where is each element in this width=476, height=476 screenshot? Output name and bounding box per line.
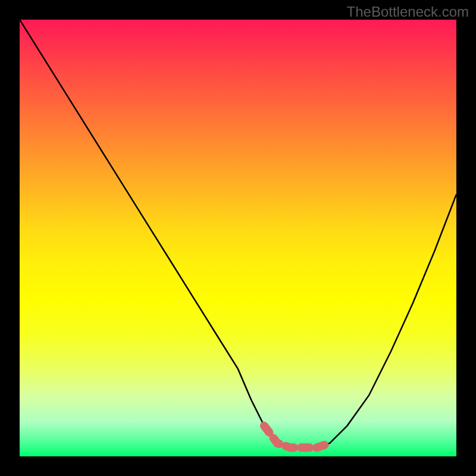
chart-svg xyxy=(20,20,456,456)
chart-gradient-area xyxy=(20,20,456,456)
optimal-region-highlight xyxy=(264,426,330,448)
watermark-text: TheBottleneck.com xyxy=(347,4,469,20)
bottleneck-curve-line xyxy=(20,20,456,447)
